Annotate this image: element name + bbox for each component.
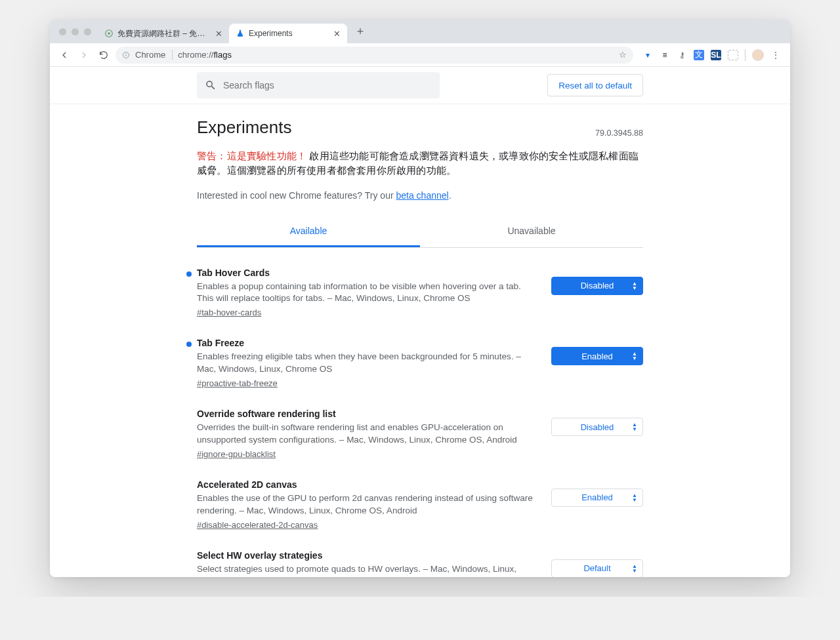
flag-title: Tab Freeze [197, 338, 539, 348]
reset-all-button[interactable]: Reset all to default [547, 74, 643, 96]
traffic-close-icon[interactable] [59, 28, 66, 35]
select-arrows-icon: ▲▼ [632, 564, 637, 573]
flag-control: Disabled▲▼ [551, 409, 643, 436]
flag-control: Enabled▲▼ [551, 338, 643, 365]
flag-description: Enables the use of the GPU to perform 2d… [197, 492, 539, 517]
warning-text: 警告：這是實驗性功能！ 啟用這些功能可能會造成瀏覽器資料遺失，或導致你的安全性或… [197, 150, 643, 178]
flag-body: Tab FreezeEnables freezing eligible tabs… [197, 338, 539, 389]
flag-row: Select HW overlay strategiesSelect strat… [197, 550, 643, 577]
flag-select[interactable]: Disabled▲▼ [551, 277, 643, 295]
url-text: chrome://flags [178, 50, 232, 60]
flag-row: Accelerated 2D canvasEnables the use of … [197, 479, 643, 530]
ext-icon[interactable]: SL [711, 50, 721, 60]
search-input[interactable] [223, 80, 432, 90]
search-flags-box[interactable] [197, 72, 440, 98]
search-reset-row: Reset all to default [50, 67, 790, 104]
tab-title: 免費資源網路社群 – 免費資源指南 [117, 28, 211, 39]
address-bar[interactable]: Chrome chrome://flags ☆ [116, 47, 633, 64]
flag-body: Accelerated 2D canvasEnables the use of … [197, 479, 539, 530]
select-arrows-icon: ▲▼ [632, 281, 637, 290]
flags-list: Tab Hover CardsEnables a popup containin… [197, 268, 643, 578]
browser-window: 免費資源網路社群 – 免費資源指南 ✕ Experiments ✕ + Chro… [50, 20, 790, 577]
menu-icon[interactable]: ⋮ [770, 50, 781, 60]
flag-select[interactable]: Default▲▼ [551, 559, 643, 577]
tab-strip: 免費資源網路社群 – 免費資源指南 ✕ Experiments ✕ + [50, 20, 790, 43]
flag-select[interactable]: Enabled▲▼ [551, 347, 643, 365]
browser-tab-0[interactable]: 免費資源網路社群 – 免費資源指南 ✕ [98, 24, 229, 43]
avatar[interactable] [752, 49, 764, 61]
flag-control: Enabled▲▼ [551, 479, 643, 507]
flag-title: Tab Hover Cards [197, 268, 539, 278]
toolbar: Chrome chrome://flags ☆ ▾ ≡ ⚷ 文 SL ⋮ [50, 43, 790, 67]
tab-title: Experiments [249, 29, 329, 38]
flag-select-value: Default [583, 563, 610, 573]
flag-row: Tab Hover CardsEnables a popup containin… [197, 268, 643, 319]
window-controls[interactable] [56, 28, 98, 35]
select-arrows-icon: ▲▼ [632, 493, 637, 502]
flag-description: Enables freezing eligible tabs when they… [197, 351, 539, 376]
version-text: 79.0.3945.88 [595, 129, 643, 138]
flag-title: Accelerated 2D canvas [197, 479, 539, 490]
close-icon[interactable]: ✕ [215, 30, 222, 38]
browser-tab-1[interactable]: Experiments ✕ [229, 24, 347, 43]
flag-body: Select HW overlay strategiesSelect strat… [197, 550, 539, 577]
flag-select[interactable]: Enabled▲▼ [551, 489, 643, 507]
svg-rect-3 [126, 54, 127, 56]
select-arrows-icon: ▲▼ [632, 422, 637, 431]
flag-row: Override software rendering listOverride… [197, 409, 643, 460]
flag-description: Select strategies used to promote quads … [197, 563, 539, 577]
traffic-max-icon[interactable] [84, 28, 91, 35]
ext-icon[interactable]: 文 [694, 50, 704, 60]
search-icon [205, 79, 217, 91]
url-scheme-chip: Chrome [135, 50, 173, 60]
flag-body: Override software rendering listOverride… [197, 409, 539, 460]
flag-row: Tab FreezeEnables freezing eligible tabs… [197, 338, 643, 389]
ext-icon[interactable]: ▾ [642, 50, 653, 60]
close-icon[interactable]: ✕ [333, 30, 341, 38]
flag-hash-link[interactable]: #ignore-gpu-blacklist [197, 449, 276, 459]
category-tabs: Available Unavailable [197, 216, 643, 248]
beta-channel-line: Interested in cool new Chrome features? … [197, 190, 643, 201]
svg-rect-4 [126, 53, 127, 54]
new-tab-button[interactable]: + [352, 24, 368, 39]
svg-point-1 [108, 32, 110, 35]
flag-hash-link[interactable]: #disable-accelerated-2d-canvas [197, 520, 318, 530]
flag-select[interactable]: Disabled▲▼ [551, 418, 643, 436]
modified-dot-icon [186, 271, 192, 277]
security-icon [122, 51, 130, 59]
flag-select-value: Disabled [581, 422, 614, 432]
flag-control: Default▲▼ [551, 550, 643, 577]
back-button[interactable] [56, 47, 72, 63]
flag-description: Overrides the built-in software renderin… [197, 422, 539, 447]
ext-icon[interactable] [728, 50, 738, 60]
forward-button[interactable] [76, 47, 92, 63]
flag-body: Tab Hover CardsEnables a popup containin… [197, 268, 539, 319]
flag-hash-link[interactable]: #proactive-tab-freeze [197, 378, 278, 388]
flag-control: Disabled▲▼ [551, 268, 643, 295]
page-content: Reset all to default Experiments 79.0.39… [50, 67, 790, 577]
page-title: Experiments [197, 117, 292, 138]
reload-button[interactable] [96, 47, 112, 63]
extension-icons: ▾ ≡ ⚷ 文 SL ⋮ [637, 49, 784, 61]
tab-available[interactable]: Available [197, 216, 420, 247]
flag-description: Enables a popup containing tab informati… [197, 281, 539, 306]
main-column: Experiments 79.0.3945.88 警告：這是實驗性功能！ 啟用這… [197, 104, 643, 577]
flag-select-value: Disabled [581, 281, 614, 290]
ext-icon[interactable]: ≡ [660, 50, 670, 60]
flag-title: Select HW overlay strategies [197, 550, 539, 561]
divider [745, 49, 746, 61]
flag-select-value: Enabled [581, 351, 613, 361]
traffic-min-icon[interactable] [72, 28, 79, 35]
select-arrows-icon: ▲▼ [632, 351, 637, 361]
modified-dot-icon [186, 342, 192, 347]
flask-icon [236, 29, 245, 38]
flag-select-value: Enabled [581, 492, 613, 502]
favicon-icon [104, 29, 114, 38]
bookmark-icon[interactable]: ☆ [619, 50, 627, 60]
tab-unavailable[interactable]: Unavailable [420, 216, 643, 247]
ext-icon[interactable]: ⚷ [677, 50, 687, 60]
flag-title: Override software rendering list [197, 409, 539, 419]
beta-channel-link[interactable]: beta channel [396, 190, 448, 201]
flag-hash-link[interactable]: #tab-hover-cards [197, 308, 261, 317]
